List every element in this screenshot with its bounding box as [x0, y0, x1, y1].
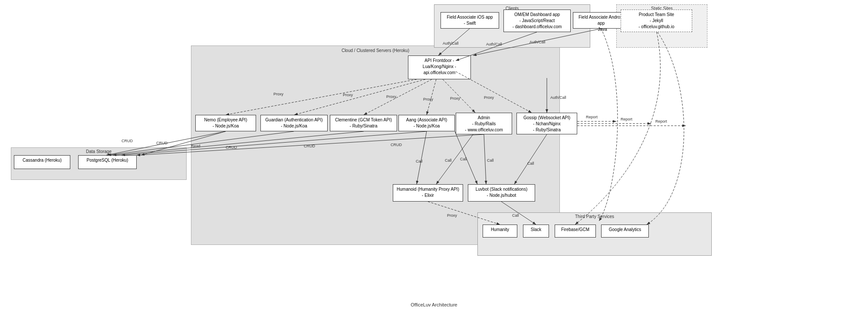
architecture-diagram: Cloud / Clustered Servers (Heroku) Clien… — [0, 0, 868, 316]
nemo-box: Nemo (Employee API)- Node.js/Koa — [195, 115, 256, 131]
humanity-box: Humanity — [483, 225, 517, 238]
page-title: OfficeLuv Architecture — [411, 302, 457, 307]
google-analytics-box: Google Analytics — [601, 225, 649, 238]
firebase-gcm-box: Firebase/GCM — [555, 225, 596, 238]
crud-nemo-label2: CRUD — [122, 139, 133, 143]
om-em-dashboard-box: OM/EM Dashboard app- JavaScript/React- d… — [503, 10, 571, 32]
api-frontdoor-box: API Frontdoor - Lua/Kong/Nginx - api.off… — [408, 55, 471, 79]
guardian-box: Guardian (Authentication API)- Node.js/K… — [260, 115, 328, 131]
report1-label: Report — [586, 115, 598, 119]
crud-nemo-label: CRUD — [156, 141, 168, 145]
cloud-region-label: Cloud / Clustered Servers (Heroku) — [342, 48, 409, 53]
admin-box: Admin- Ruby/Rails- www.officeluv.com — [456, 113, 512, 134]
cassandra-box: Cassandra (Heroku) — [14, 155, 70, 169]
field-ios-box: Field Associate iOS app- Swift — [441, 12, 499, 29]
report2-label: Report — [621, 117, 633, 121]
aang-box: Aang (Associate API)- Node.js/Koa — [398, 115, 455, 131]
clementine-box: Clementine (GCM Token API)- Ruby/Sinatra — [330, 115, 397, 131]
data-storage-label: Data Storage — [86, 149, 112, 154]
postgresql-box: PostgreSQL (Heroku) — [78, 155, 137, 169]
humanoid-box: Humanoid (Humanity Proxy API)- Elixir — [393, 184, 463, 202]
gossip-box: Gossip (Websocket API)- Nchan/Nginx- Rub… — [516, 113, 577, 134]
product-team-site-box: Product Team Site- Jekyll- officeluv.git… — [621, 10, 692, 32]
third-party-label: Third Party Services — [575, 214, 614, 219]
slack-box: Slack — [523, 225, 549, 238]
luvbot-box: Luvbot (Slack notifications)- Node.js/hu… — [468, 184, 535, 202]
report3-label: Report — [655, 119, 667, 124]
